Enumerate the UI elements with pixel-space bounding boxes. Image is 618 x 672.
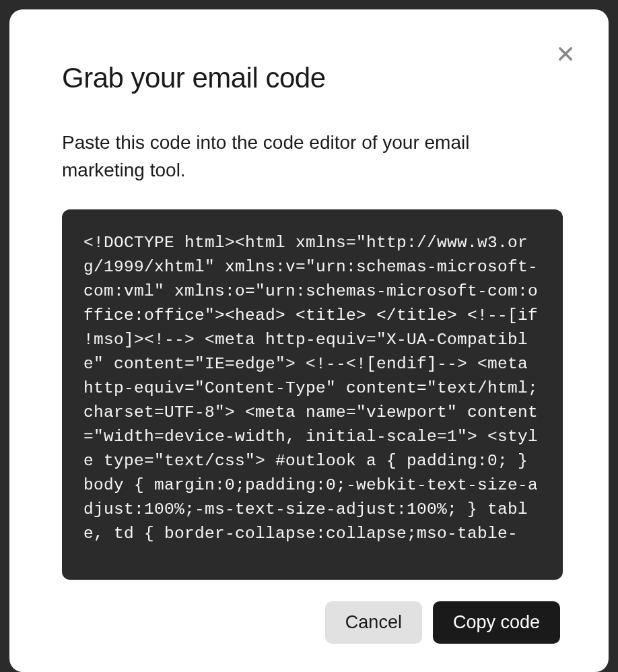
modal-title: Grab your email code: [62, 62, 563, 94]
code-text: <!DOCTYPE html><html xmlns="http://www.w…: [83, 231, 541, 546]
code-box[interactable]: <!DOCTYPE html><html xmlns="http://www.w…: [62, 209, 563, 580]
email-code-modal: Grab your email code Paste this code int…: [9, 9, 609, 672]
close-button[interactable]: [555, 43, 576, 65]
modal-content: Grab your email code Paste this code int…: [9, 9, 609, 580]
copy-code-button[interactable]: Copy code: [433, 601, 560, 644]
modal-description: Paste this code into the code editor of …: [62, 129, 500, 184]
close-icon: [556, 44, 575, 63]
cancel-button[interactable]: Cancel: [325, 601, 422, 644]
button-row: Cancel Copy code: [9, 580, 609, 672]
modal-overlay: Grab your email code Paste this code int…: [0, 0, 618, 672]
